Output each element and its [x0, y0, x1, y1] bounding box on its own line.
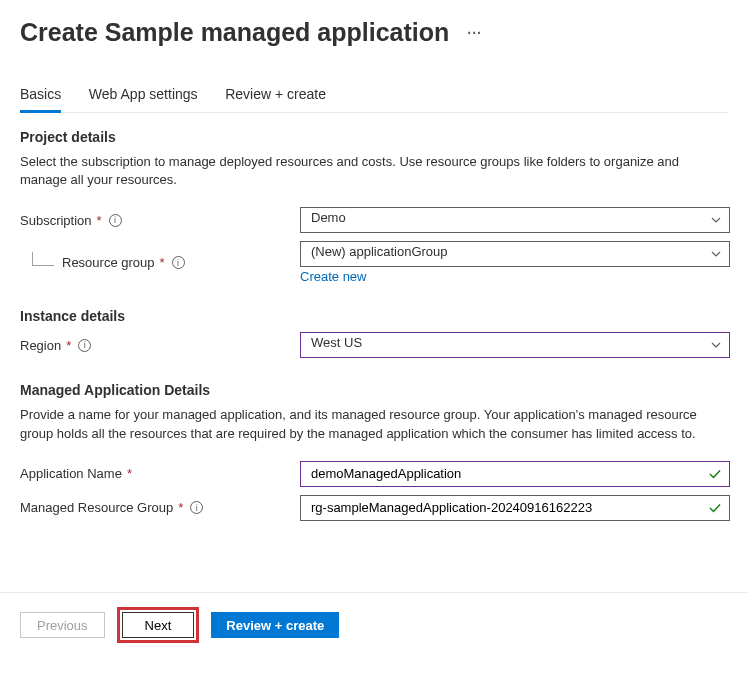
info-icon[interactable]: i — [109, 214, 122, 227]
info-icon[interactable]: i — [172, 256, 185, 269]
managed-rg-label: Managed Resource Group — [20, 500, 173, 515]
tab-basics[interactable]: Basics — [20, 80, 61, 113]
managed-app-details-desc: Provide a name for your managed applicat… — [20, 406, 720, 442]
resource-group-select[interactable]: (New) applicationGroup — [300, 241, 730, 267]
managed-app-details-header: Managed Application Details — [20, 382, 728, 398]
page-title: Create Sample managed application — [20, 18, 449, 47]
project-details-desc: Select the subscription to manage deploy… — [20, 153, 720, 189]
managed-rg-input[interactable] — [300, 495, 730, 521]
instance-details-header: Instance details — [20, 308, 728, 324]
required-marker: * — [66, 338, 71, 353]
resource-group-label: Resource group — [62, 255, 155, 270]
more-icon[interactable]: ··· — [467, 25, 482, 41]
required-marker: * — [178, 500, 183, 515]
tab-web-app-settings[interactable]: Web App settings — [89, 80, 198, 113]
required-marker: * — [127, 466, 132, 481]
tabs: Basics Web App settings Review + create — [20, 79, 728, 113]
info-icon[interactable]: i — [78, 339, 91, 352]
region-select[interactable]: West US — [300, 332, 730, 358]
subscription-label: Subscription — [20, 213, 92, 228]
region-label: Region — [20, 338, 61, 353]
indent-line — [32, 252, 54, 266]
project-details-header: Project details — [20, 129, 728, 145]
application-name-label: Application Name — [20, 466, 122, 481]
info-icon[interactable]: i — [190, 501, 203, 514]
create-new-link[interactable]: Create new — [300, 269, 366, 284]
required-marker: * — [160, 255, 165, 270]
tab-review-create[interactable]: Review + create — [225, 80, 326, 113]
required-marker: * — [97, 213, 102, 228]
application-name-input[interactable] — [300, 461, 730, 487]
subscription-select[interactable]: Demo — [300, 207, 730, 233]
